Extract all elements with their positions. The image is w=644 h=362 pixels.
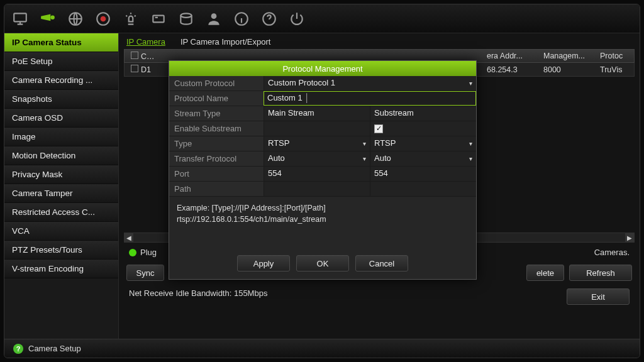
transfer-sub-select[interactable]: Auto▾ (370, 151, 476, 166)
sidebar-item-camera-osd[interactable]: Camera OSD (4, 109, 118, 128)
svg-point-6 (180, 13, 191, 17)
dialog-title: Protocol Management (169, 61, 476, 76)
chevron-down-icon: ▾ (469, 155, 472, 162)
stream-main-header: Main Stream (264, 106, 370, 121)
apply-button[interactable]: Apply (237, 255, 290, 272)
checkbox-checked-icon: ✓ (374, 124, 383, 133)
user-icon[interactable] (204, 9, 223, 28)
protocol-name-input[interactable]: Custom 1 │ (264, 91, 476, 106)
sidebar-item-camera-tamper[interactable]: Camera Tamper (4, 184, 118, 203)
status-dot-icon (129, 249, 136, 256)
cancel-button[interactable]: Cancel (355, 255, 408, 272)
port-sub-input[interactable]: 554 (370, 167, 476, 181)
enable-substream-checkbox[interactable]: ✓ (370, 121, 476, 136)
path-label: Path (169, 182, 264, 196)
footer: ? Camera Setup (4, 339, 640, 358)
chevron-down-icon: ▾ (469, 140, 472, 147)
svg-rect-5 (153, 15, 164, 22)
row-proto: TruVis (596, 65, 634, 74)
transfer-main-select[interactable]: Auto▾ (264, 151, 370, 166)
protocol-management-dialog: Protocol Management Custom Protocol Cust… (169, 60, 477, 280)
col-proto: Protoc (596, 52, 634, 60)
info-icon[interactable] (232, 9, 251, 28)
exit-button[interactable]: Exit (567, 288, 630, 305)
svg-point-7 (211, 13, 217, 19)
sidebar-item-ptz-presets[interactable]: PTZ Presets/Tours (4, 241, 118, 260)
sidebar-item-privacy-mask[interactable]: Privacy Mask (4, 165, 118, 184)
status-plug: Plug (140, 248, 157, 257)
sidebar-item-camera-recording[interactable]: Camera Recording ... (4, 71, 118, 90)
svg-point-4 (101, 16, 106, 21)
sidebar-item-ip-camera-status[interactable]: IP Camera Status (4, 33, 118, 52)
scroll-left-icon[interactable]: ◀ (125, 233, 133, 242)
tab-ip-camera[interactable]: IP Camera (126, 37, 165, 47)
path-main-input[interactable] (264, 182, 370, 196)
sidebar-item-motion-detection[interactable]: Motion Detection (4, 146, 118, 165)
type-label: Type (169, 136, 264, 151)
transfer-protocol-label: Transfer Protocol (169, 151, 264, 166)
scroll-right-icon[interactable]: ▶ (625, 233, 634, 242)
content-tabs: IP Camera IP Camera Import/Export (119, 33, 640, 49)
sidebar: IP Camera Status PoE Setup Camera Record… (4, 33, 119, 339)
sidebar-item-restricted-access[interactable]: Restricted Access C... (4, 203, 118, 222)
sidebar-item-image[interactable]: Image (4, 128, 118, 146)
enable-substream-main (264, 121, 370, 136)
col-mgmt: Managem... (540, 52, 596, 60)
device-icon[interactable] (149, 9, 168, 28)
custom-protocol-select[interactable]: Custom Protocol 1▾ (264, 76, 476, 90)
sidebar-item-vca[interactable]: VCA (4, 222, 118, 241)
svg-rect-0 (14, 13, 26, 21)
row-addr: 68.254.3 (483, 65, 540, 74)
row-port: 8000 (540, 65, 596, 74)
custom-protocol-label: Custom Protocol (169, 76, 264, 90)
hdd-icon[interactable] (177, 9, 196, 28)
globe-icon[interactable] (66, 9, 85, 28)
bandwidth-text: Net Receive Idle Bandwidth: 155Mbps Exit (119, 283, 640, 310)
alarm-icon[interactable] (121, 9, 140, 28)
power-icon[interactable] (287, 9, 306, 28)
svg-point-1 (50, 15, 55, 19)
monitor-icon[interactable] (11, 9, 30, 28)
sidebar-item-snapshots[interactable]: Snapshots (4, 90, 118, 109)
refresh-button[interactable]: Refresh (569, 265, 632, 281)
enable-substream-label: Enable Substream (169, 121, 264, 136)
stream-type-label: Stream Type (169, 106, 264, 121)
camera-icon[interactable] (38, 9, 57, 28)
type-main-select[interactable]: RTSP▾ (264, 136, 370, 151)
footer-title: Camera Setup (28, 344, 81, 353)
chevron-down-icon: ▾ (469, 80, 472, 87)
row-id: D1 (141, 65, 151, 74)
col-camera: Came (141, 52, 162, 61)
stream-sub-header: Substream (370, 106, 476, 121)
example-text: Example: [Type]://[IP Address]:[Port]/[P… (169, 197, 476, 250)
delete-button[interactable]: elete (526, 265, 564, 281)
port-label: Port (169, 167, 264, 181)
tab-ip-camera-import-export[interactable]: IP Camera Import/Export (180, 37, 271, 47)
ok-button[interactable]: OK (296, 255, 349, 272)
chevron-down-icon: ▾ (363, 155, 366, 162)
port-main-input[interactable]: 554 (264, 167, 370, 181)
protocol-name-label: Protocol Name (169, 91, 264, 106)
help-icon[interactable] (260, 9, 279, 28)
status-cameras: Cameras. (594, 248, 630, 257)
row-checkbox[interactable] (131, 65, 138, 72)
sidebar-item-poe-setup[interactable]: PoE Setup (4, 52, 118, 71)
sync-button[interactable]: Sync (126, 265, 164, 281)
chevron-down-icon: ▾ (363, 140, 366, 147)
record-icon[interactable] (94, 9, 113, 28)
path-sub-input[interactable] (370, 182, 476, 196)
type-sub-select[interactable]: RTSP▾ (370, 136, 476, 151)
top-toolbar (4, 4, 640, 33)
text-cursor-icon: │ (303, 93, 310, 102)
col-addr: era Addr... (483, 52, 540, 60)
header-checkbox[interactable] (131, 52, 138, 59)
footer-help-icon[interactable]: ? (13, 344, 23, 354)
sidebar-item-vstream-encoding[interactable]: V-stream Encoding (4, 260, 118, 278)
